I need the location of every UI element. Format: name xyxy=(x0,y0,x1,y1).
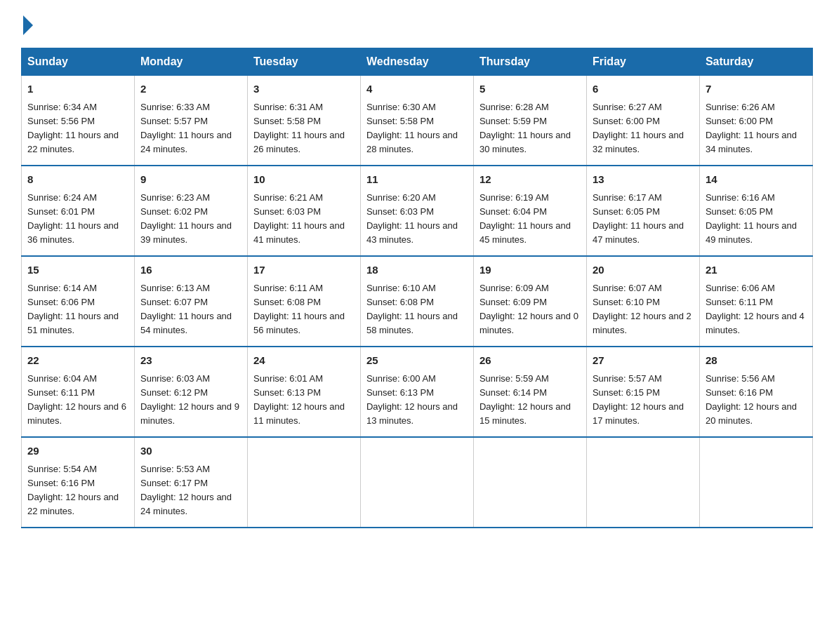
calendar-cell: 11 Sunrise: 6:20 AMSunset: 6:03 PMDaylig… xyxy=(360,166,473,256)
calendar-week-row: 22 Sunrise: 6:04 AMSunset: 6:11 PMDaylig… xyxy=(22,347,813,437)
day-info: Sunrise: 6:13 AMSunset: 6:07 PMDaylight:… xyxy=(140,283,232,335)
day-number: 3 xyxy=(253,81,355,98)
day-number: 13 xyxy=(593,172,694,188)
day-number: 11 xyxy=(366,172,468,188)
day-info: Sunrise: 5:56 AMSunset: 6:16 PMDaylight:… xyxy=(706,373,797,426)
day-number: 21 xyxy=(706,262,807,279)
calendar-cell: 26 Sunrise: 5:59 AMSunset: 6:14 PMDaylig… xyxy=(473,347,586,437)
day-of-week-sunday: Sunday xyxy=(22,48,135,76)
day-of-week-monday: Monday xyxy=(134,48,247,76)
day-info: Sunrise: 6:27 AMSunset: 6:00 PMDaylight:… xyxy=(593,102,684,154)
day-number: 19 xyxy=(479,262,581,279)
page-header xyxy=(21,14,813,35)
day-info: Sunrise: 6:26 AMSunset: 6:00 PMDaylight:… xyxy=(706,102,797,154)
calendar-cell: 13 Sunrise: 6:17 AMSunset: 6:05 PMDaylig… xyxy=(586,166,699,256)
calendar-cell: 22 Sunrise: 6:04 AMSunset: 6:11 PMDaylig… xyxy=(22,347,135,437)
day-info: Sunrise: 6:31 AMSunset: 5:58 PMDaylight:… xyxy=(253,102,345,154)
day-info: Sunrise: 6:23 AMSunset: 6:02 PMDaylight:… xyxy=(140,192,232,245)
calendar-cell: 3 Sunrise: 6:31 AMSunset: 5:58 PMDayligh… xyxy=(247,76,360,166)
calendar-cell: 28 Sunrise: 5:56 AMSunset: 6:16 PMDaylig… xyxy=(699,347,812,437)
calendar-cell: 9 Sunrise: 6:23 AMSunset: 6:02 PMDayligh… xyxy=(134,166,247,256)
day-number: 28 xyxy=(706,353,807,369)
day-of-week-thursday: Thursday xyxy=(473,48,586,76)
calendar-header-row: SundayMondayTuesdayWednesdayThursdayFrid… xyxy=(22,48,813,76)
calendar-cell: 5 Sunrise: 6:28 AMSunset: 5:59 PMDayligh… xyxy=(473,76,586,166)
calendar-cell: 2 Sunrise: 6:33 AMSunset: 5:57 PMDayligh… xyxy=(134,76,247,166)
day-number: 1 xyxy=(27,81,128,98)
day-number: 8 xyxy=(27,172,128,188)
day-number: 20 xyxy=(593,262,694,279)
calendar-cell: 29 Sunrise: 5:54 AMSunset: 6:16 PMDaylig… xyxy=(22,437,135,528)
day-info: Sunrise: 6:00 AMSunset: 6:13 PMDaylight:… xyxy=(366,373,458,426)
day-info: Sunrise: 6:20 AMSunset: 6:03 PMDaylight:… xyxy=(366,192,458,245)
day-number: 26 xyxy=(479,353,581,369)
day-number: 6 xyxy=(593,81,694,98)
calendar-cell: 19 Sunrise: 6:09 AMSunset: 6:09 PMDaylig… xyxy=(473,256,586,347)
day-info: Sunrise: 6:04 AMSunset: 6:11 PMDaylight:… xyxy=(27,373,126,426)
calendar-cell xyxy=(586,437,699,528)
calendar-cell: 7 Sunrise: 6:26 AMSunset: 6:00 PMDayligh… xyxy=(699,76,812,166)
calendar-cell: 14 Sunrise: 6:16 AMSunset: 6:05 PMDaylig… xyxy=(699,166,812,256)
day-info: Sunrise: 6:11 AMSunset: 6:08 PMDaylight:… xyxy=(253,283,345,335)
day-info: Sunrise: 6:21 AMSunset: 6:03 PMDaylight:… xyxy=(253,192,345,245)
calendar-cell xyxy=(360,437,473,528)
calendar-cell: 12 Sunrise: 6:19 AMSunset: 6:04 PMDaylig… xyxy=(473,166,586,256)
day-info: Sunrise: 6:10 AMSunset: 6:08 PMDaylight:… xyxy=(366,283,458,335)
calendar-cell: 21 Sunrise: 6:06 AMSunset: 6:11 PMDaylig… xyxy=(699,256,812,347)
day-info: Sunrise: 5:59 AMSunset: 6:14 PMDaylight:… xyxy=(479,373,571,426)
calendar-cell xyxy=(247,437,360,528)
day-number: 2 xyxy=(140,81,241,98)
day-info: Sunrise: 6:33 AMSunset: 5:57 PMDaylight:… xyxy=(140,102,232,154)
day-number: 17 xyxy=(253,262,355,279)
day-number: 9 xyxy=(140,172,241,188)
day-info: Sunrise: 6:07 AMSunset: 6:10 PMDaylight:… xyxy=(593,283,691,335)
day-number: 24 xyxy=(253,353,355,369)
calendar-cell: 16 Sunrise: 6:13 AMSunset: 6:07 PMDaylig… xyxy=(134,256,247,347)
calendar-cell: 23 Sunrise: 6:03 AMSunset: 6:12 PMDaylig… xyxy=(134,347,247,437)
calendar-cell: 4 Sunrise: 6:30 AMSunset: 5:58 PMDayligh… xyxy=(360,76,473,166)
calendar-cell: 18 Sunrise: 6:10 AMSunset: 6:08 PMDaylig… xyxy=(360,256,473,347)
day-info: Sunrise: 5:57 AMSunset: 6:15 PMDaylight:… xyxy=(593,373,684,426)
day-of-week-saturday: Saturday xyxy=(699,48,812,76)
calendar-week-row: 15 Sunrise: 6:14 AMSunset: 6:06 PMDaylig… xyxy=(22,256,813,347)
day-number: 14 xyxy=(706,172,807,188)
calendar-cell: 6 Sunrise: 6:27 AMSunset: 6:00 PMDayligh… xyxy=(586,76,699,166)
day-info: Sunrise: 6:34 AMSunset: 5:56 PMDaylight:… xyxy=(27,102,119,154)
calendar-cell: 30 Sunrise: 5:53 AMSunset: 6:17 PMDaylig… xyxy=(134,437,247,528)
day-number: 29 xyxy=(27,443,128,459)
day-info: Sunrise: 6:03 AMSunset: 6:12 PMDaylight:… xyxy=(140,373,239,426)
logo-triangle-icon xyxy=(23,15,33,35)
day-info: Sunrise: 6:06 AMSunset: 6:11 PMDaylight:… xyxy=(706,283,805,335)
day-of-week-friday: Friday xyxy=(586,48,699,76)
day-number: 10 xyxy=(253,172,355,188)
day-number: 7 xyxy=(706,81,807,98)
day-info: Sunrise: 6:16 AMSunset: 6:05 PMDaylight:… xyxy=(706,192,797,245)
calendar-cell: 24 Sunrise: 6:01 AMSunset: 6:13 PMDaylig… xyxy=(247,347,360,437)
day-number: 5 xyxy=(479,81,581,98)
calendar-cell: 20 Sunrise: 6:07 AMSunset: 6:10 PMDaylig… xyxy=(586,256,699,347)
calendar-week-row: 1 Sunrise: 6:34 AMSunset: 5:56 PMDayligh… xyxy=(22,76,813,166)
day-number: 25 xyxy=(366,353,468,369)
calendar-cell: 8 Sunrise: 6:24 AMSunset: 6:01 PMDayligh… xyxy=(22,166,135,256)
day-info: Sunrise: 6:01 AMSunset: 6:13 PMDaylight:… xyxy=(253,373,345,426)
calendar-cell: 27 Sunrise: 5:57 AMSunset: 6:15 PMDaylig… xyxy=(586,347,699,437)
calendar-cell: 10 Sunrise: 6:21 AMSunset: 6:03 PMDaylig… xyxy=(247,166,360,256)
calendar-cell: 1 Sunrise: 6:34 AMSunset: 5:56 PMDayligh… xyxy=(22,76,135,166)
day-info: Sunrise: 6:09 AMSunset: 6:09 PMDaylight:… xyxy=(479,283,578,335)
day-number: 15 xyxy=(27,262,128,279)
day-number: 30 xyxy=(140,443,241,459)
calendar-cell xyxy=(699,437,812,528)
day-number: 16 xyxy=(140,262,241,279)
day-info: Sunrise: 6:28 AMSunset: 5:59 PMDaylight:… xyxy=(479,102,571,154)
calendar-cell: 15 Sunrise: 6:14 AMSunset: 6:06 PMDaylig… xyxy=(22,256,135,347)
calendar-cell: 17 Sunrise: 6:11 AMSunset: 6:08 PMDaylig… xyxy=(247,256,360,347)
day-of-week-wednesday: Wednesday xyxy=(360,48,473,76)
day-info: Sunrise: 6:24 AMSunset: 6:01 PMDaylight:… xyxy=(27,192,119,245)
day-info: Sunrise: 6:30 AMSunset: 5:58 PMDaylight:… xyxy=(366,102,458,154)
day-number: 12 xyxy=(479,172,581,188)
calendar-table: SundayMondayTuesdayWednesdayThursdayFrid… xyxy=(21,48,813,528)
calendar-week-row: 8 Sunrise: 6:24 AMSunset: 6:01 PMDayligh… xyxy=(22,166,813,256)
day-number: 27 xyxy=(593,353,694,369)
day-info: Sunrise: 5:54 AMSunset: 6:16 PMDaylight:… xyxy=(27,464,119,516)
calendar-week-row: 29 Sunrise: 5:54 AMSunset: 6:16 PMDaylig… xyxy=(22,437,813,528)
